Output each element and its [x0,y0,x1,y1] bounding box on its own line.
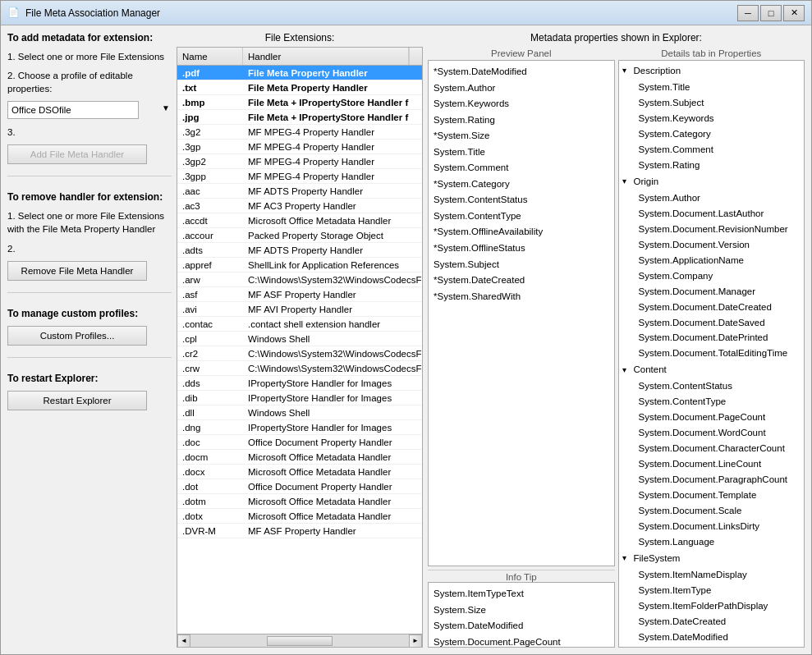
horizontal-scroll-thumb[interactable] [267,636,333,646]
file-list-row[interactable]: .docxMicrosoft Office Metadata Handler [177,465,422,479]
add-handler-button[interactable]: Add File Meta Handler [7,144,147,164]
file-row-name: .dot [177,479,243,493]
file-list-row[interactable]: .dotmMicrosoft Office Metadata Handler [177,494,422,509]
file-row-name: .arw [177,273,243,286]
maximize-button[interactable]: □ [760,5,782,21]
tree-group-header[interactable]: ▾Content [622,361,801,378]
file-list-row[interactable]: .cplWindows Shell [177,332,422,346]
file-row-name: .accdt [177,213,243,227]
profile-dropdown-wrapper: Office DSOfile ▼ [7,101,172,119]
file-row-name: .cpl [177,332,243,346]
preview-meta-item: System.Subject [434,257,609,273]
file-list-row[interactable]: .dllWindows Shell [177,405,422,420]
tree-item: System.Comment [622,142,801,158]
file-list-row[interactable]: .3gppMF MPEG-4 Property Handler [177,169,422,184]
file-row-handler: IPropertyStore Handler for Images [243,420,422,434]
file-list-row[interactable]: .aviMF AVI Property Handler [177,302,422,317]
file-list-row[interactable]: .cr2C:\Windows\System32\WindowsCodecsF [177,346,422,361]
preview-meta-item: System.Rating [434,112,609,129]
file-row-handler: Office Document Property Handler [243,435,422,449]
tree-group-header[interactable]: ▾Description [622,62,801,80]
main-content: To add metadata for extension: 1. Select… [1,25,811,654]
file-list-row[interactable]: .ddsIPropertyStore Handler for Images [177,376,422,391]
tree-collapse-icon: ▾ [622,175,632,189]
main-window: 📄 File Meta Association Manager ─ □ ✕ To… [0,0,812,655]
file-row-name: .dotm [177,494,243,508]
tree-group-label: FileSystem [634,551,681,566]
file-list-row[interactable]: .dngIPropertyStore Handler for Images [177,420,422,435]
profile-dropdown[interactable]: Office DSOfile [7,101,139,119]
file-list-row[interactable]: .3g2MF MPEG-4 Property Handler [177,125,422,140]
tree-item: System.Document.Version [622,237,801,253]
file-list-row[interactable]: .apprefShellLink for Application Referen… [177,258,422,273]
file-list-row[interactable]: .pdfFile Meta Property Handler [177,66,422,80]
scroll-right-button[interactable]: ► [409,634,422,648]
tree-item: System.ContentStatus [622,378,801,394]
file-row-handler: C:\Windows\System32\WindowsCodecsF [243,273,422,286]
file-list-row[interactable]: .DVR-MMF ASF Property Handler [177,524,422,538]
tree-item: System.Document.LinksDirty [622,519,801,534]
restart-section-title: To restart Explorer: [7,373,172,384]
file-list-row[interactable]: .aacMF ADTS Property Handler [177,184,422,199]
file-row-handler: MF MPEG-4 Property Handler [243,140,422,153]
file-row-name: .dng [177,420,243,434]
tree-group-label: Description [634,63,681,79]
preview-meta-item: System.Author [434,80,609,97]
file-list-row[interactable]: .dotOffice Document Property Handler [177,479,422,494]
tree-item: System.Document.RevisionNumber [622,222,801,237]
tree-item: System.Document.Template [622,488,801,503]
file-list-row[interactable]: .accourPacked Property Storage Object [177,228,422,243]
tree-group-header[interactable]: ▾Origin [622,173,801,190]
scroll-left-button[interactable]: ◄ [177,634,190,648]
preview-meta-item: System.ContentStatus [434,192,609,208]
file-row-name: .3gp [177,140,243,153]
file-row-handler: .contact shell extension handler [243,317,422,331]
file-list-row[interactable]: .contac.contact shell extension handler [177,317,422,332]
dropdown-arrow-icon: ▼ [162,103,170,112]
minimize-button[interactable]: ─ [737,5,759,21]
file-row-name: .accour [177,228,243,242]
tree-item: System.Document.DatePrinted [622,330,801,346]
file-row-handler: File Meta + IPropertyStore Handler f [243,110,422,124]
remove-handler-button[interactable]: Remove File Meta Handler [7,261,147,281]
file-row-handler: MF ADTS Property Handler [243,243,422,257]
file-list-row[interactable]: .adtsMF ADTS Property Handler [177,243,422,258]
file-list-row[interactable]: .dibIPropertyStore Handler for Images [177,391,422,405]
restart-explorer-button[interactable]: Restart Explorer [7,391,147,410]
file-list-column-headers: Name Handler [177,48,422,66]
tree-group-header[interactable]: ▾FileSystem [622,550,801,567]
file-list-row[interactable]: .dotxMicrosoft Office Metadata Handler [177,509,422,524]
info-tip-box: System.ItemTypeTextSystem.SizeSystem.Dat… [428,582,615,648]
file-list-row[interactable]: .docmMicrosoft Office Metadata Handler [177,450,422,465]
file-list-row[interactable]: .docOffice Document Property Handler [177,435,422,450]
tree-item: System.Company [622,268,801,284]
file-list-row[interactable]: .jpgFile Meta + IPropertyStore Handler f [177,110,422,125]
file-list-row[interactable]: .accdtMicrosoft Office Metadata Handler [177,213,422,228]
file-row-name: .txt [177,80,243,94]
file-row-name: .dib [177,391,243,405]
file-list-row[interactable]: .3gp2MF MPEG-4 Property Handler [177,154,422,169]
close-button[interactable]: ✕ [783,5,805,21]
file-list-row[interactable]: .asfMF ASF Property Handler [177,287,422,302]
file-row-handler: File Meta + IPropertyStore Handler f [243,95,422,109]
file-list-row[interactable]: .ac3MF AC3 Property Handler [177,199,422,213]
file-row-name: .asf [177,287,243,301]
file-list-row[interactable]: .txtFile Meta Property Handler [177,80,422,95]
horizontal-scrollbar[interactable]: ◄ ► [177,634,422,647]
file-list-row[interactable]: .arwC:\Windows\System32\WindowsCodecsF [177,273,422,287]
preview-meta-item: *System.OfflineAvailability [434,224,609,240]
file-list-row[interactable]: .bmpFile Meta + IPropertyStore Handler f [177,95,422,110]
tree-item: System.Keywords [622,111,801,126]
tree-item: System.Document.TotalEditingTime [622,346,801,361]
file-list-row[interactable]: .crwC:\Windows\System32\WindowsCodecsF [177,361,422,376]
file-row-name: .aac [177,184,243,198]
details-column-header: Details tab in Properties [618,48,805,58]
file-row-handler: C:\Windows\System32\WindowsCodecsF [243,346,422,360]
custom-profiles-button[interactable]: Custom Profiles... [7,326,147,346]
tree-collapse-icon: ▾ [622,552,632,566]
handler-column-header: Handler [243,48,409,65]
file-row-handler: MF MPEG-4 Property Handler [243,125,422,139]
tree-item: System.Category [622,126,801,142]
horizontal-scroll-track[interactable] [190,634,409,647]
file-list-row[interactable]: .3gpMF MPEG-4 Property Handler [177,140,422,154]
